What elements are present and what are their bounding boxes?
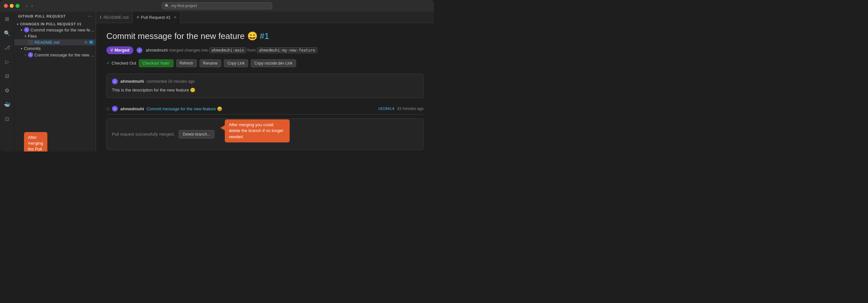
checkmark-icon: ✓ <box>106 61 110 65</box>
back-arrow[interactable]: ‹ <box>25 3 29 9</box>
nav-arrows: ‹ › <box>25 3 34 9</box>
close-button[interactable] <box>4 4 8 8</box>
pr-content: Commit message for the new feature 😄 #1 … <box>96 23 434 152</box>
merge-icon: ⑂ <box>110 48 113 53</box>
tooltip-arrow-icon <box>24 142 29 147</box>
commit-time: 43 minutes ago <box>397 107 424 111</box>
section-label: CHANGES IN PULL REQUEST #1 <box>20 22 82 26</box>
merge-tooltip-text: After merging the Pull Request it will s… <box>28 135 43 152</box>
main-layout: ⊞ 🔍 ⎇ ▷ ⊟ ⊙ 🐳 ⊡ GITHUB PULL REQUEST ··· … <box>0 12 434 152</box>
activity-extensions[interactable]: ⊟ <box>3 71 12 81</box>
commit-message-link[interactable]: Commit message for the new feature 😄 <box>147 107 222 111</box>
chevron-down-icon: ▾ <box>23 34 27 38</box>
commit-user: ahmedmuhi <box>120 107 144 111</box>
pr-base-branch: ahmedmuhi:main <box>210 48 246 53</box>
pr-merge-text: merged changes into <box>169 48 210 53</box>
chevron-right-icon: ▾ <box>20 47 23 50</box>
refresh-button[interactable]: Refresh <box>176 59 197 67</box>
tab-readme-label: README.md <box>103 15 128 20</box>
delete-tooltip: After merging you could delete the branc… <box>225 119 290 143</box>
activity-remote[interactable]: ⊡ <box>3 114 12 123</box>
activity-bar: ⊞ 🔍 ⎇ ▷ ⊟ ⊙ 🐳 ⊡ <box>0 12 14 152</box>
pr-status-row: ⑂ Merged A ahmedmuhi merged changes into… <box>106 47 424 54</box>
info-icon: ℹ <box>100 15 101 20</box>
address-bar[interactable]: 🔍 my-first-project <box>162 2 272 9</box>
tab-close-icon[interactable]: × <box>174 14 177 20</box>
sidebar-header: GITHUB PULL REQUEST ··· <box>14 12 96 21</box>
activity-search[interactable]: 🔍 <box>3 29 12 38</box>
traffic-lights <box>4 4 20 8</box>
checkout-main-button[interactable]: Checkout 'main' <box>139 59 174 67</box>
activity-explorer[interactable]: ⊞ <box>3 14 12 23</box>
content-area: ℹ README.md ≡ Pull Request #1 × Commit m… <box>96 12 434 152</box>
commit-group-item[interactable]: ▾ A Commit message for the new feature 😄 <box>14 27 96 33</box>
chevron-down-icon: ▾ <box>20 28 23 32</box>
search-icon: 🔍 <box>165 4 169 8</box>
commits-label: Commits <box>24 46 96 51</box>
commit-hash[interactable]: c6194c4 <box>378 107 395 111</box>
delete-branch-button[interactable]: Delete branch... <box>179 130 215 139</box>
comment-meta: commented 16 minutes ago <box>147 79 195 84</box>
pr-number: #1 <box>260 31 269 41</box>
pr-title-text: Commit message for the new feature 😄 <box>106 31 257 41</box>
avatar: A <box>24 27 29 32</box>
minimize-button[interactable] <box>10 4 13 8</box>
commit-row: ◇ A ahmedmuhi Commit message for the new… <box>106 103 424 115</box>
forward-arrow[interactable]: › <box>30 3 34 9</box>
pr-meta: ahmedmuhi merged changes into ahmedmuhi:… <box>146 48 317 53</box>
action-bar: ✓ Checked Out Checkout 'main' Refresh Re… <box>106 59 424 67</box>
merge-success-bar: Pull request successfully merged. Delete… <box>106 118 424 150</box>
commit-sub-item[interactable]: › A Commit message for the new feature 😄 <box>14 52 96 58</box>
commit-sub-label: Commit message for the new feature 😄 <box>34 53 96 57</box>
comment-body: This is the description for the new feat… <box>112 87 418 93</box>
comment-header: A ahmedmuhi commented 16 minutes ago <box>112 79 418 84</box>
rename-button[interactable]: Rename <box>199 59 221 67</box>
files-label: Files <box>28 34 96 39</box>
pr-user: ahmedmuhi <box>146 48 168 53</box>
section-changes[interactable]: ▾ CHANGES IN PULL REQUEST #1 <box>14 22 96 27</box>
activity-run[interactable]: ▷ <box>3 57 12 66</box>
sidebar-title: GITHUB PULL REQUEST <box>18 14 66 18</box>
sidebar: GITHUB PULL REQUEST ··· ▾ CHANGES IN PUL… <box>14 12 96 152</box>
activity-github[interactable]: ⊙ <box>3 86 12 95</box>
checked-out-text: Checked Out <box>112 61 136 65</box>
tab-readme[interactable]: ℹ README.md <box>96 12 133 23</box>
files-group[interactable]: ▾ Files <box>14 33 96 39</box>
merge-success-text: Pull request successfully merged. <box>112 132 175 137</box>
file-label: README.md <box>34 40 85 45</box>
copy-icon: ⧉ <box>85 40 89 44</box>
file-readme[interactable]: ℹ README.md ⧉ M <box>14 39 96 46</box>
copy-link-button[interactable]: Copy Link <box>224 59 248 67</box>
activity-docker[interactable]: 🐳 <box>3 100 12 109</box>
merged-badge: ⑂ Merged <box>106 47 133 54</box>
file-icon: ℹ <box>29 40 33 45</box>
fullscreen-button[interactable] <box>16 4 20 8</box>
titlebar: ‹ › 🔍 my-first-project <box>0 0 434 12</box>
file-modified-badge: M <box>89 40 94 44</box>
checked-out-label: ✓ Checked Out <box>106 61 136 65</box>
merged-label: Merged <box>115 48 129 53</box>
avatar: A <box>28 52 33 57</box>
pr-from-text: from <box>247 48 257 53</box>
tab-pr-label: Pull Request #1 <box>141 15 170 20</box>
sidebar-more-button[interactable]: ··· <box>88 14 92 18</box>
activity-source-control[interactable]: ⎇ <box>3 43 12 52</box>
tooltip-arrow2-icon <box>220 125 225 130</box>
commit-avatar: A <box>112 106 118 112</box>
chevron-down-icon: ▾ <box>16 22 20 26</box>
copy-vscode-link-button[interactable]: Copy vscode.dev Link <box>251 59 296 67</box>
pr-user-avatar: A <box>136 48 143 53</box>
chevron-right-icon: › <box>23 53 27 57</box>
comment-section: A ahmedmuhi commented 16 minutes ago Thi… <box>106 73 424 98</box>
commit-item-label: Commit message for the new feature 😄 <box>30 28 96 32</box>
commits-group[interactable]: ▾ Commits <box>14 46 96 52</box>
commit-icon: ◇ <box>106 107 109 111</box>
tab-pull-request[interactable]: ≡ Pull Request #1 × <box>133 12 181 23</box>
pr-title: Commit message for the new feature 😄 #1 <box>106 31 424 42</box>
pr-tab-icon: ≡ <box>136 15 139 20</box>
delete-tooltip-text: After merging you could delete the branc… <box>229 122 283 139</box>
comment-avatar: A <box>112 79 118 84</box>
search-text: my-first-project <box>171 4 197 8</box>
comment-user: ahmedmuhi <box>120 79 144 84</box>
tab-bar: ℹ README.md ≡ Pull Request #1 × <box>96 12 434 23</box>
